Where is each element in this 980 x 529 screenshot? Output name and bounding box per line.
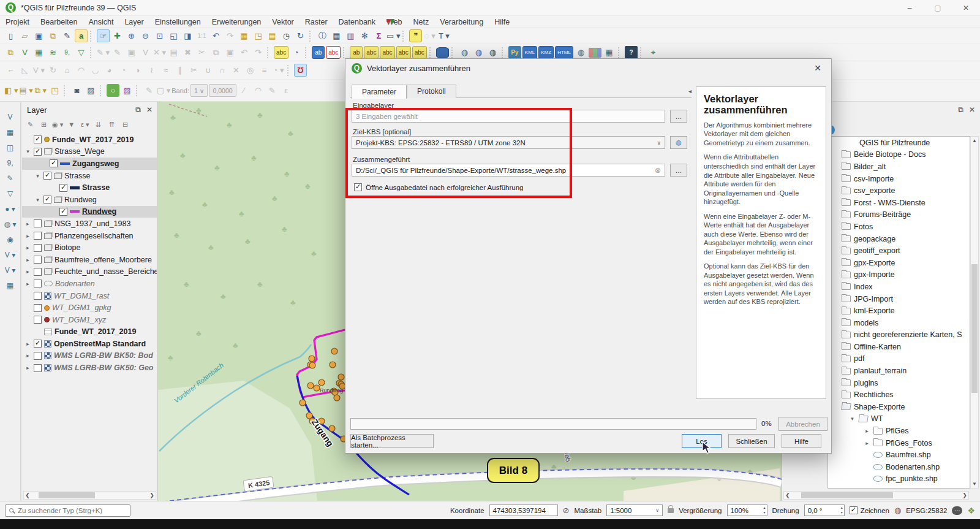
layer-tree-item[interactable]: Funde_WT_2017_2019 xyxy=(22,326,157,338)
layer-checkbox[interactable] xyxy=(34,352,42,360)
plugin-icon[interactable]: ❖ xyxy=(967,506,975,516)
add-group-icon[interactable]: ⊞ xyxy=(39,120,49,130)
expand-all-icon[interactable]: ⇊ xyxy=(93,120,104,130)
python-console-icon[interactable]: Py xyxy=(508,46,521,59)
open-project-icon[interactable]: ▱ xyxy=(18,29,31,42)
expander-icon[interactable]: ▸ xyxy=(24,341,31,347)
search-input[interactable] xyxy=(17,506,126,515)
scale-select[interactable]: 1:5000∨ xyxy=(606,504,663,516)
browser-item[interactable]: models xyxy=(828,317,970,329)
expander-icon[interactable]: ▸ xyxy=(864,428,870,434)
locator-search[interactable] xyxy=(5,504,130,517)
select-by-location-icon[interactable]: ◳ xyxy=(48,84,61,97)
move-label-icon[interactable]: abc xyxy=(380,46,394,59)
map-snapshot-icon[interactable]: ◙ xyxy=(70,84,83,97)
globe-plus-icon[interactable]: ◍ xyxy=(575,46,587,59)
menu-item[interactable]: Projekt xyxy=(0,16,35,28)
show-hidden-labels-icon[interactable]: abc xyxy=(364,46,379,59)
browser-item[interactable]: fpc_punkte_ETRS_89.shp xyxy=(828,485,970,489)
layer-checkbox[interactable] xyxy=(34,219,42,227)
kmz-tool-icon[interactable]: KMZ xyxy=(538,46,554,59)
label-unplaced-icon[interactable]: abc xyxy=(326,46,341,59)
menu-item[interactable]: Ansicht xyxy=(83,16,119,28)
new-project-icon[interactable]: ▯ xyxy=(4,29,17,42)
postgis-icon[interactable]: ● ▾ xyxy=(4,202,17,215)
browser-item[interactable]: planlauf_terrain xyxy=(828,365,970,377)
select-features-icon[interactable]: ◧ ▾ xyxy=(4,84,18,97)
color-grid-icon[interactable] xyxy=(589,48,601,58)
menu-item[interactable]: Hilfe xyxy=(489,16,515,28)
scrollbar-thumb[interactable] xyxy=(971,264,978,393)
layer-checkbox[interactable] xyxy=(34,292,42,300)
identify-icon[interactable]: ⓘ xyxy=(316,29,329,42)
layer-checkbox[interactable] xyxy=(34,244,42,252)
snapping-magnet-icon[interactable]: Ω xyxy=(294,64,307,77)
browser-item[interactable]: Rechtliches xyxy=(828,389,970,401)
add-delimited-text-icon[interactable]: 9, xyxy=(61,46,74,59)
collapse-all-icon[interactable]: ⇈ xyxy=(107,120,117,130)
layer-checkbox[interactable] xyxy=(43,196,51,204)
browser-item[interactable]: Index xyxy=(828,281,970,293)
zoom-to-layer-icon[interactable]: ◱ xyxy=(167,29,180,42)
refresh-icon[interactable]: ↻ xyxy=(294,29,307,42)
close-dialog-button[interactable]: Schließen xyxy=(728,434,775,448)
browser-item[interactable]: Baumfrei.shp xyxy=(828,449,970,461)
datasource-manager-icon[interactable]: ⧉ xyxy=(4,46,17,59)
layer-tree-item[interactable]: ▸ NSG_1937_und_1983 xyxy=(22,218,157,230)
layer-tree-item[interactable]: ▸ WMS LGRB-BW GK50: Geo xyxy=(22,362,157,374)
render-checkbox[interactable] xyxy=(850,506,858,514)
browser-item[interactable]: JPG-Import xyxy=(828,293,970,305)
collapse-help-icon[interactable]: ◂ xyxy=(688,88,692,94)
processing-raster-icon[interactable]: ▦ xyxy=(4,126,17,139)
layer-tree-item[interactable]: ▾ Strasse xyxy=(22,170,157,182)
layer-checkbox[interactable] xyxy=(34,364,42,372)
layer-panel-hscrollbar[interactable]: ❮ ❯ xyxy=(23,491,156,500)
browser-item[interactable]: geotiff_export xyxy=(828,245,970,257)
manage-visibility-icon[interactable]: ◉ ▾ xyxy=(52,120,63,130)
menu-item[interactable]: Bearbeiten xyxy=(35,16,83,28)
expander-icon[interactable]: ▸ xyxy=(24,257,31,263)
browser-item[interactable]: geopackage xyxy=(828,233,970,245)
browser-item[interactable]: Fotos xyxy=(828,221,970,233)
pan-to-selection-icon[interactable]: ✚ xyxy=(111,29,124,42)
browser-item[interactable]: Bilder_alt xyxy=(828,161,970,173)
processing-gear-icon[interactable]: ✻ xyxy=(358,29,371,42)
db-manager-icon[interactable] xyxy=(436,47,449,58)
layer-tree-item[interactable]: ▸ Pflanzengesellschaften xyxy=(22,230,157,242)
browser-item[interactable]: Forst - WMS-Dienste xyxy=(828,197,970,209)
browser-vscrollbar[interactable]: ▲ ▼ xyxy=(970,136,979,489)
expander-icon[interactable]: ▾ xyxy=(24,148,31,154)
zoom-search-icon[interactable]: ○ xyxy=(107,84,119,97)
close-panel-icon[interactable]: ✕ xyxy=(146,105,153,114)
layer-checkbox[interactable] xyxy=(34,316,42,324)
menu-item[interactable]: Raster xyxy=(300,16,333,28)
expander-icon[interactable]: ▸ xyxy=(24,233,31,239)
html-tool-icon[interactable]: HTML xyxy=(555,46,573,59)
expander-icon[interactable]: ▾ xyxy=(34,173,41,179)
scrollbar-thumb[interactable] xyxy=(39,492,95,498)
layer-labeling-icon[interactable]: abc xyxy=(274,46,288,59)
menu-item[interactable]: Einstellungen xyxy=(149,16,206,28)
layer-checkbox[interactable] xyxy=(34,256,42,264)
wcs-globe-icon[interactable]: ◍ xyxy=(472,46,485,59)
browser-item[interactable]: Forums-Beiträge xyxy=(828,209,970,221)
layer-checkbox[interactable] xyxy=(34,148,42,156)
style-brush-icon[interactable]: ✎ xyxy=(25,120,36,130)
minimize-button[interactable]: – xyxy=(895,1,924,15)
layer-tree-item[interactable]: WT_DGM1_rast xyxy=(22,290,157,302)
bookmark-icon[interactable]: ▤ xyxy=(266,29,279,42)
browser-item[interactable]: pdf xyxy=(828,353,970,365)
zoom-last-icon[interactable]: ↶ xyxy=(209,29,222,42)
vector-geometry-icon[interactable]: V ▾ xyxy=(4,264,17,276)
lock-icon[interactable] xyxy=(668,508,674,513)
zoom-full-extent-icon[interactable]: ⊡ xyxy=(153,29,166,42)
maximize-button[interactable]: ▢ xyxy=(924,1,952,15)
browser-item[interactable]: Shape-Exporte xyxy=(828,401,970,413)
new-3d-view-icon[interactable]: ◳ xyxy=(252,29,265,42)
deselect-features-icon[interactable]: ⧉ ▾ xyxy=(34,84,47,97)
close-button[interactable]: ✕ xyxy=(952,1,980,15)
dialog-close-icon[interactable]: ✕ xyxy=(810,63,825,73)
processing-feather-icon[interactable]: ✎ xyxy=(4,172,17,185)
browser-item[interactable]: Beide Biotope - Docs xyxy=(828,149,970,161)
style-manager-icon[interactable]: a xyxy=(75,29,88,42)
